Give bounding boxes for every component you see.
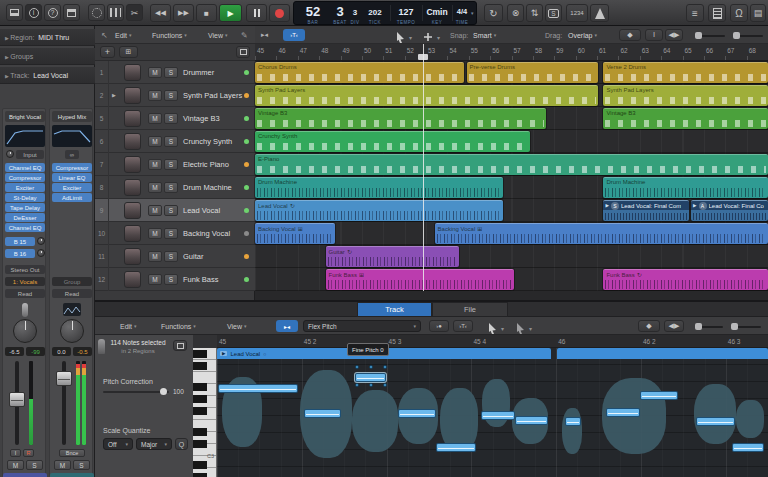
strip-name[interactable]: Bright Vocal [5, 111, 45, 122]
mute-button[interactable]: M [148, 136, 162, 147]
note-hotspot-dot[interactable] [369, 383, 373, 387]
region-e-piano[interactable]: E-Piano [255, 154, 768, 175]
region-lead-vocal-final-co[interactable]: ▶ALead Vocal: Final Co [691, 200, 768, 221]
region-lead-vocal-final-com[interactable]: ▶SLead Vocal: Final Com [603, 200, 689, 221]
editor-pointer-tool[interactable]: ▾ [485, 320, 511, 332]
black-key[interactable] [193, 461, 207, 469]
flex-mode-select[interactable]: Flex Pitch▾ [303, 320, 421, 332]
disclosure-triangle-icon[interactable]: ▶ [693, 203, 696, 208]
automation-icon[interactable]: ✎ [241, 26, 248, 44]
track-header-funk-bass[interactable]: 12MSFunk Bass [95, 268, 255, 291]
mute-button[interactable]: M [148, 182, 162, 193]
add-track-button[interactable]: + [100, 46, 115, 58]
region-drum-machine[interactable]: Drum Machine [603, 177, 768, 198]
plugin-slot[interactable]: Compressor [52, 163, 92, 172]
track-header-synth-pad-layers[interactable]: 2▶MSSynth Pad Layers [95, 84, 255, 107]
note-hotspot-dot[interactable] [355, 383, 359, 387]
flex-pitch-note[interactable] [218, 384, 298, 393]
quantize-button[interactable]: Q [175, 438, 188, 450]
pan-knob[interactable] [13, 319, 37, 343]
flex-pitch-note[interactable] [640, 391, 678, 400]
note-hotspot-dot[interactable] [369, 365, 373, 369]
scale-quantize-root-select[interactable]: Off▾ [103, 438, 133, 450]
plugin-slot[interactable]: Channel EQ [5, 223, 45, 232]
bounce-button[interactable]: Bnce [59, 449, 85, 457]
local-inspector-button[interactable] [173, 340, 187, 351]
play-button[interactable]: ▶ [219, 4, 242, 22]
solo-button[interactable]: S [164, 90, 178, 101]
region-synth-pad-layers[interactable]: Synth Pad Layers [603, 85, 768, 106]
editor-ruler[interactable]: 4545 245 345 44646 246 3 [217, 335, 768, 348]
editor-waveform-zoom-button[interactable]: ◆ [638, 320, 660, 332]
menu-functions[interactable]: Functions▾ [152, 26, 187, 44]
solo-button[interactable]: S [164, 113, 178, 124]
media-browser-button[interactable]: ▤ [750, 4, 766, 22]
region-verse-2-drums[interactable]: Verse 2 Drums [603, 62, 768, 83]
playhead[interactable] [423, 44, 424, 291]
library-button[interactable] [6, 4, 23, 21]
pitch-correction-slider[interactable] [103, 391, 169, 393]
black-key[interactable] [193, 362, 207, 370]
output-slot[interactable]: Stereo Out [5, 265, 45, 274]
plugin-slot[interactable]: Exciter [52, 183, 92, 192]
strip-name[interactable]: Hyped Mix [52, 111, 92, 122]
solo-button[interactable]: S [164, 205, 178, 216]
solo-button[interactable]: S [164, 159, 178, 170]
flex-icon[interactable]: ▸◂ [261, 26, 268, 44]
mute-button[interactable]: M [148, 228, 162, 239]
track-header-crunchy-synth[interactable]: 6MSCrunchy Synth [95, 130, 255, 153]
disclosure-triangle-icon[interactable]: ▶ [112, 92, 116, 98]
flex-pitch-note[interactable] [481, 411, 515, 420]
vertical-zoom-slider[interactable] [695, 35, 725, 37]
lcd-chevron-icon[interactable]: ▾ [471, 10, 474, 16]
flex-pitch-note[interactable] [355, 373, 386, 382]
flex-icon-editor[interactable]: ▸◂ [276, 320, 298, 332]
inspector-header-2[interactable]: ▶ Groups [0, 48, 95, 65]
bar-ruler[interactable]: 4546474849505152535455565758596061626364… [255, 44, 768, 61]
flex-pitch-note[interactable] [696, 417, 735, 426]
solo-button[interactable]: S [164, 182, 178, 193]
tab-track[interactable]: Track [357, 302, 432, 317]
region-synth-pad-layers[interactable]: Synth Pad Layers [255, 85, 598, 106]
gain-knob[interactable] [6, 150, 14, 158]
editors-button[interactable]: ✂ [126, 4, 143, 21]
region-funk-bass[interactable]: Funk Bass⊞ [326, 269, 514, 290]
stereo-format-icon[interactable]: ∞ [65, 150, 79, 159]
solo-button[interactable]: S [164, 228, 178, 239]
note-hotspot-dot[interactable] [355, 365, 359, 369]
scale-quantize-mode-select[interactable]: Major▾ [136, 438, 172, 450]
list-editors-button[interactable]: ≡ [686, 4, 704, 22]
send-knob[interactable] [37, 249, 45, 257]
automation-mode-slot[interactable]: Read [52, 289, 92, 298]
eq-thumbnail[interactable] [52, 125, 92, 147]
piano-keyboard[interactable]: C3 [193, 348, 217, 477]
region-vintage-b3[interactable]: Vintage B3 [255, 108, 546, 129]
mute-button[interactable]: M [148, 205, 162, 216]
editor-secondary-tool[interactable]: ▾ [513, 320, 539, 332]
plugin-slot[interactable]: Linear EQ [52, 173, 92, 182]
menu-edit[interactable]: Edit▾ [115, 26, 132, 44]
stop-button[interactable]: ■ [196, 4, 217, 22]
track-header-drum-machine[interactable]: 8MSDrum Machine [95, 176, 255, 199]
flex-pitch-note[interactable] [398, 409, 436, 418]
region-pre-verse-drums[interactable]: Pre-verse Drums [467, 62, 598, 83]
plugin-slot[interactable]: Exciter [5, 183, 45, 192]
catch-button-editor[interactable]: ›● [429, 320, 449, 332]
menu-view[interactable]: View▾ [208, 26, 228, 44]
group-slot[interactable]: 1: Vocals [5, 277, 45, 286]
black-key[interactable] [193, 350, 207, 358]
mute-button[interactable]: M [148, 67, 162, 78]
editor-menu-edit[interactable]: Edit▾ [120, 317, 137, 335]
record-button[interactable] [269, 4, 290, 22]
quick-help-button[interactable]: ? [44, 4, 61, 21]
toolbar-toggle-button[interactable] [63, 4, 80, 21]
solo-button-strip[interactable]: S [26, 460, 43, 470]
plugin-slot[interactable]: Compressor [5, 173, 45, 182]
inspector-header-3[interactable]: ▶ Track: Lead Vocal [0, 67, 95, 84]
editor-vertical-zoom-slider[interactable] [695, 326, 723, 328]
black-key[interactable] [193, 395, 207, 403]
region-chorus-drums[interactable]: Chorus Drums [255, 62, 464, 83]
flex-pitch-canvas[interactable]: ▶Lead Vocal○ [217, 348, 768, 477]
auto-track-zoom-button[interactable]: Ⅰ [645, 29, 663, 41]
solo-button[interactable]: S [545, 4, 562, 22]
